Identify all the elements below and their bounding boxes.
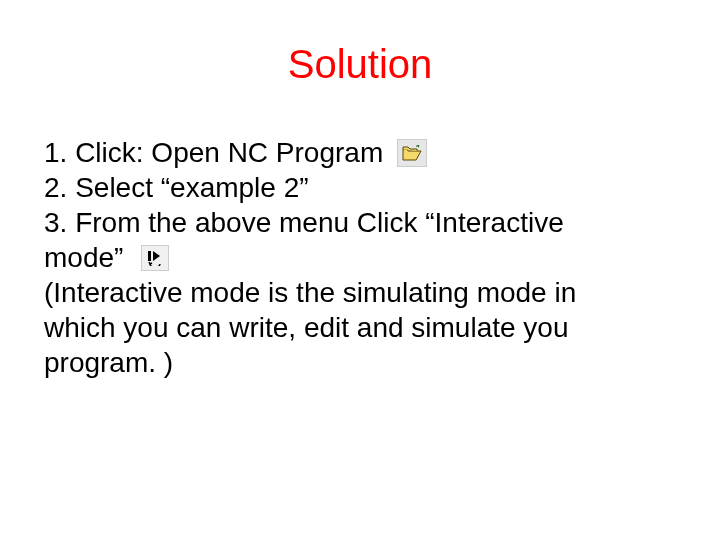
- note-line-2: which you can write, edit and simulate y…: [44, 310, 670, 345]
- step-1-line: 1. Click: Open NC Program: [44, 135, 670, 170]
- note-line-3: program. ): [44, 345, 670, 380]
- interactive-mode-icon: [141, 245, 169, 271]
- step-1-text: 1. Click: Open NC Program: [44, 137, 383, 168]
- slide-body: 1. Click: Open NC Program 2. Select “exa…: [44, 135, 670, 380]
- note-line-1: (Interactive mode is the simulating mode…: [44, 275, 670, 310]
- svg-rect-0: [148, 251, 151, 261]
- slide-title: Solution: [0, 42, 720, 87]
- slide: Solution 1. Click: Open NC Program 2. Se…: [0, 0, 720, 540]
- open-folder-icon: [397, 139, 427, 167]
- step-3-text-b: mode”: [44, 242, 123, 273]
- step-2-text: 2. Select “example 2”: [44, 170, 670, 205]
- step-3-line-b: mode”: [44, 240, 670, 275]
- step-3-text-a: 3. From the above menu Click “Interactiv…: [44, 205, 670, 240]
